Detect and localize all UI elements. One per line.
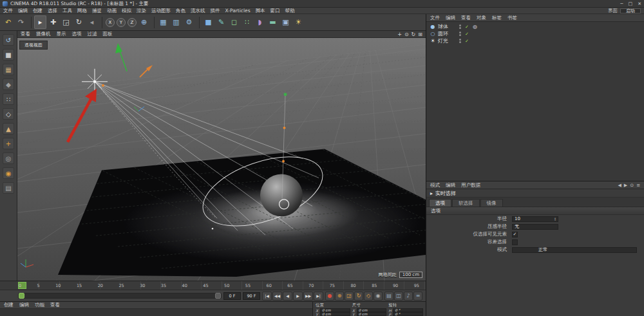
object-name[interactable]: 圆环 (438, 30, 457, 37)
viewport-menu-item[interactable]: 查看 (21, 31, 30, 37)
object-manager-list[interactable]: ● 球体 ✓ ◍ ○ 圆环 ✓ (426, 22, 644, 181)
menu-item[interactable]: 捕捉 (92, 8, 102, 14)
redo-icon[interactable]: ↷ (15, 15, 27, 29)
attribute-menu-item[interactable]: 用户数据 (461, 182, 480, 189)
view-move-icon[interactable]: + (397, 32, 402, 37)
preview-range-slider[interactable] (18, 293, 222, 299)
pressure-radius-dropdown[interactable]: 无 (512, 224, 558, 230)
options-icon[interactable]: ≡ (413, 292, 422, 301)
visible-only-checkbox[interactable]: ✓ (512, 232, 518, 237)
menu-item[interactable]: 创建 (33, 8, 43, 14)
visibility-dots[interactable] (459, 24, 461, 29)
sphere-object[interactable] (260, 174, 303, 216)
locked-workplane-icon[interactable]: ▤ (3, 182, 14, 194)
record-position-icon[interactable]: ⊕ (335, 292, 344, 301)
toolbar-icon[interactable] (196, 17, 200, 28)
menu-item[interactable]: 选择 (48, 8, 57, 14)
lock-x-icon[interactable]: X (106, 18, 115, 27)
menu-item[interactable]: 脚本 (256, 8, 265, 14)
attribute-tab[interactable]: 选项 (429, 199, 451, 207)
stepper-arrows[interactable]: ▴▾ (554, 217, 556, 221)
edges-mode-icon[interactable]: ◇ (3, 108, 14, 120)
points-mode-icon[interactable]: ∷ (3, 93, 14, 105)
object-manager-menu-item[interactable]: 文件 (430, 15, 440, 21)
toolbar-icon[interactable] (99, 17, 102, 28)
panel-menu-icon[interactable]: ≡ (636, 183, 640, 188)
menu-item[interactable]: 角色 (176, 8, 185, 14)
autokey-button[interactable]: ◉ (374, 292, 383, 301)
materials-menu-item[interactable]: 功能 (35, 302, 44, 308)
object-manager-menu-item[interactable]: 编辑 (446, 15, 455, 21)
enabled-check-icon[interactable]: ✓ (465, 24, 469, 30)
coordinate-system-icon[interactable]: ⊕ (138, 15, 150, 29)
menu-item[interactable]: 插件 (211, 8, 220, 14)
layout-dropdown[interactable]: 启动 (620, 8, 641, 14)
sound-icon[interactable]: ♪ (404, 292, 413, 301)
object-manager-menu-item[interactable]: 书签 (507, 15, 517, 21)
object-name[interactable]: 灯光 (438, 37, 457, 44)
viewport-canvas[interactable]: 透视视图 网格间距 100 cm (17, 38, 426, 281)
viewport-menu-item[interactable]: 选项 (72, 31, 82, 37)
object-row-sphere[interactable]: ● 球体 ✓ ◍ (426, 23, 644, 30)
add-spline-icon[interactable]: ✎ (215, 15, 227, 29)
view-rotate-icon[interactable]: ↻ (412, 32, 416, 37)
view-label[interactable]: 透视视图 (19, 41, 48, 50)
add-camera-icon[interactable]: ▣ (279, 15, 292, 29)
materials-menu-item[interactable]: 创建 (4, 302, 14, 308)
menu-item[interactable]: 窗口 (270, 8, 280, 14)
viewport-menu-item[interactable]: 面板 (103, 31, 113, 37)
scale-tool-icon[interactable]: ◲ (60, 15, 72, 29)
record-scale-icon[interactable]: ◲ (345, 292, 354, 301)
view-zoom-icon[interactable]: ⊙ (404, 32, 409, 37)
move-tool-icon[interactable]: ✚ (47, 15, 59, 29)
lock-y-icon[interactable]: Y (117, 18, 126, 27)
object-row-light[interactable]: ☀ 灯光 ✓ (426, 37, 644, 44)
goto-start-button[interactable]: |◀ (262, 292, 272, 301)
end-frame-field[interactable]: 90 F (243, 292, 260, 300)
viewport-menu-item[interactable]: 过滤 (88, 31, 97, 37)
record-button[interactable]: ● (325, 292, 334, 301)
texture-mode-icon[interactable]: ▦ (3, 64, 14, 75)
attribute-tab[interactable]: 镜像 (480, 199, 503, 207)
object-name[interactable]: 球体 (438, 23, 457, 30)
maximize-button[interactable]: □ (629, 1, 633, 6)
attribute-tab[interactable]: 软选择 (452, 199, 480, 207)
last-tool-icon[interactable]: ◂ (86, 15, 98, 29)
add-cube-icon[interactable]: ■ (202, 15, 214, 29)
add-deformer-icon[interactable]: ◗ (254, 15, 266, 29)
viewport-menu-item[interactable]: 显示 (57, 31, 66, 37)
add-light-icon[interactable]: ☀ (292, 15, 305, 29)
render-view-icon[interactable]: ▦ (157, 15, 169, 29)
add-floor-icon[interactable]: ▬ (267, 15, 279, 29)
record-parameter-icon[interactable]: ◇ (364, 292, 373, 301)
workplane-mode-icon[interactable]: ◆ (3, 79, 14, 90)
object-tag-icon[interactable]: ◍ (473, 24, 477, 30)
enabled-check-icon[interactable]: ✓ (465, 39, 469, 44)
next-key-button[interactable]: ▶▶ (303, 292, 313, 301)
object-manager-menu-item[interactable]: 标签 (492, 15, 502, 21)
record-rotation-icon[interactable]: ↻ (354, 292, 363, 301)
attribute-menu-item[interactable]: 编辑 (446, 182, 455, 189)
materials-menu-item[interactable]: 查看 (50, 302, 60, 308)
view-layout-icon[interactable]: ⊞ (418, 32, 422, 37)
pin-icon[interactable]: ⊙ (630, 183, 634, 188)
toolbar-icon[interactable] (151, 17, 155, 28)
polygons-mode-icon[interactable]: ▲ (3, 123, 14, 135)
rotate-tool-icon[interactable]: ↻ (73, 15, 85, 29)
viewport-menu-item[interactable]: 摄像机 (36, 31, 51, 37)
menu-item[interactable]: 工具 (62, 8, 72, 14)
prev-key-button[interactable]: ◀◀ (272, 292, 282, 301)
options-group-header[interactable]: 选项 (426, 207, 644, 215)
object-manager-menu-item[interactable]: 查看 (461, 15, 471, 21)
add-array-icon[interactable]: ∷ (241, 15, 253, 29)
radius-input[interactable]: 10 ▴▾ (512, 216, 558, 222)
materials-list-area[interactable] (0, 309, 312, 316)
viewport-solo-icon[interactable]: ◎ (3, 153, 14, 164)
keyframe-selection-icon[interactable]: ▤ (384, 292, 393, 301)
history-forward-icon[interactable]: ▶ (624, 183, 627, 188)
timeline-ruler[interactable]: 05101520253035404550556065707580859095 (0, 281, 426, 290)
visibility-dots[interactable] (459, 39, 461, 43)
viewport-scene[interactable] (17, 38, 426, 281)
snap-icon[interactable]: ◉ (3, 167, 14, 179)
object-manager-menu-item[interactable]: 对象 (477, 15, 486, 21)
